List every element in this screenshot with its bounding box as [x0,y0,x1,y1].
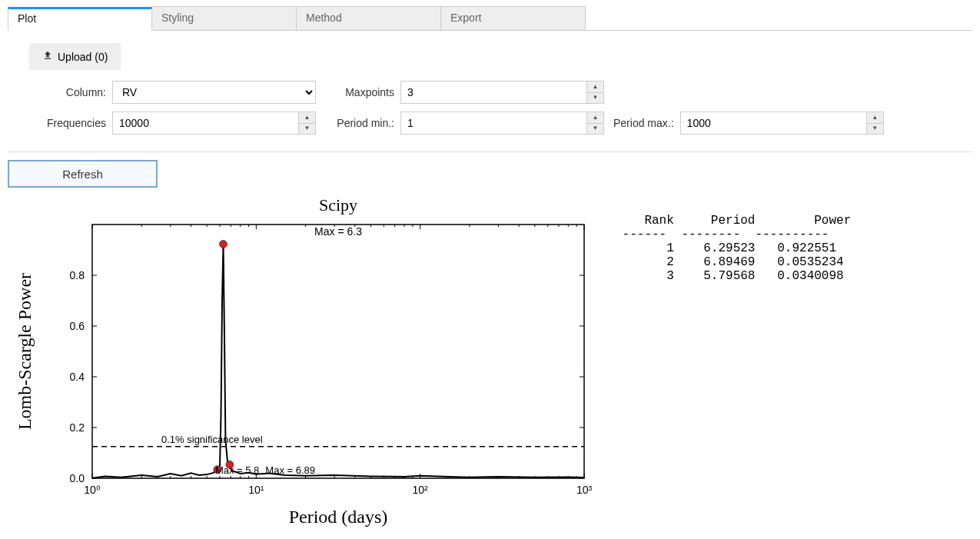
maxpoints-input[interactable] [400,81,604,104]
period-min-label: Period min.: [325,117,394,129]
upload-icon [42,50,53,63]
svg-text:Scipy: Scipy [319,195,357,215]
svg-text:10¹: 10¹ [248,484,264,496]
results-table: Rank Period Power ------ -------- ------… [615,206,851,283]
svg-text:Max = 5.8: Max = 5.8 [215,464,259,476]
divider [8,151,972,152]
svg-point-81 [219,241,227,248]
svg-text:10³: 10³ [576,484,592,496]
refresh-button[interactable]: Refresh [8,160,158,188]
periodogram-chart: Scipy0.00.20.40.60.810⁰10¹10²10³Period (… [8,194,592,532]
period-min-input[interactable] [400,111,604,135]
upload-button[interactable]: Upload (0) [29,43,121,70]
column-select[interactable]: RV [112,81,316,104]
svg-text:Max = 6.3: Max = 6.3 [314,225,362,238]
period-min-stepper[interactable]: ▲▼ [586,112,603,134]
svg-text:Period (days): Period (days) [289,507,388,527]
upload-label: Upload (0) [58,51,108,63]
svg-text:10⁰: 10⁰ [84,484,101,496]
maxpoints-label: Maxpoints [325,86,394,98]
svg-text:10²: 10² [413,484,429,496]
frequencies-stepper[interactable]: ▲▼ [298,112,315,134]
frequencies-label: Frequencies [29,117,106,129]
panel-plot: Upload (0) Column: RV Maxpoints ▲▼ [8,31,972,141]
maxpoints-stepper[interactable]: ▲▼ [586,82,603,103]
tab-styling[interactable]: Styling [152,6,297,30]
period-max-stepper[interactable]: ▲▼ [866,112,883,134]
column-label: Column: [29,86,106,98]
tab-plot[interactable]: Plot [8,7,152,31]
svg-text:Lomb-Scargle Power: Lomb-Scargle Power [15,273,35,430]
tabs: Plot Styling Method Export [8,6,972,31]
svg-text:0.0: 0.0 [70,472,85,484]
svg-text:Max = 6.89: Max = 6.89 [265,464,315,476]
form: Column: RV Maxpoints ▲▼ Frequencies [29,81,966,135]
svg-text:0.8: 0.8 [70,269,85,281]
tab-export[interactable]: Export [441,6,586,30]
period-max-input[interactable] [680,111,884,135]
svg-text:0.6: 0.6 [70,320,85,332]
frequencies-input[interactable] [112,111,316,135]
svg-text:0.4: 0.4 [70,371,85,383]
tab-method[interactable]: Method [297,6,441,30]
svg-text:0.1% significance level: 0.1% significance level [161,434,263,445]
svg-text:0.2: 0.2 [70,421,85,434]
period-max-label: Period max.: [613,117,674,129]
